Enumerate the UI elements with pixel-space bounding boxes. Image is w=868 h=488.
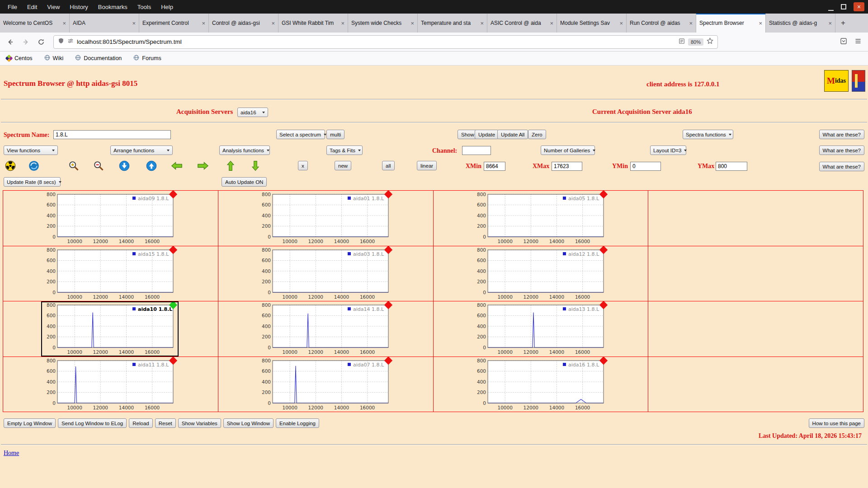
send-log-window-to-elog-button[interactable]: Send Log Window to ELog bbox=[58, 418, 127, 428]
menu-tools[interactable]: Tools bbox=[132, 4, 156, 10]
url-text[interactable]: localhost:8015/Spectrum/Spectrum.tml bbox=[77, 38, 675, 45]
chart-aida09[interactable]: 020040060080010000120001400016000aida09 … bbox=[42, 192, 178, 245]
tab-close-icon[interactable]: × bbox=[271, 20, 275, 27]
tab-asic-control-aida[interactable]: ASIC Control @ aida× bbox=[487, 14, 557, 33]
chart-aida01[interactable]: 020040060080010000120001400016000aida01 … bbox=[257, 192, 393, 245]
menu-edit[interactable]: Edit bbox=[22, 4, 42, 10]
show-variables-button[interactable]: Show Variables bbox=[178, 418, 221, 428]
empty-log-window-button[interactable]: Empty Log Window bbox=[4, 418, 56, 428]
auto-update-button[interactable]: Auto Update ON bbox=[222, 177, 267, 187]
channel-input[interactable] bbox=[462, 146, 491, 155]
spectra-functions-dropdown[interactable]: Spectra functions bbox=[683, 130, 733, 139]
app-menu-icon[interactable] bbox=[854, 38, 862, 47]
tab-gsi-white-rabbit-tim[interactable]: GSI White Rabbit Tim× bbox=[278, 14, 348, 33]
chart-aida10[interactable]: 020040060080010000120001400016000aida10 … bbox=[42, 302, 178, 356]
tab-spectrum-browser[interactable]: Spectrum Browser× bbox=[696, 14, 766, 33]
tab-close-icon[interactable]: × bbox=[410, 20, 414, 27]
tab-experiment-control[interactable]: Experiment Control× bbox=[139, 14, 209, 33]
chart-aida07[interactable]: 020040060080010000120001400016000aida07 … bbox=[257, 358, 393, 411]
tab-welcome-to-centos[interactable]: Welcome to CentOS× bbox=[0, 14, 70, 33]
gallery-cell-aida12[interactable]: 020040060080010000120001400016000aida12 … bbox=[434, 246, 649, 302]
bookmark-centos[interactable]: Centos bbox=[6, 55, 33, 61]
chart-aida13[interactable]: 020040060080010000120001400016000aida13 … bbox=[472, 302, 608, 356]
what-are-these-button[interactable]: What are these? bbox=[819, 162, 864, 171]
chart-aida05[interactable]: 020040060080010000120001400016000aida05 … bbox=[472, 192, 608, 245]
menu-bookmarks[interactable]: Bookmarks bbox=[93, 4, 132, 10]
close-button[interactable]: × bbox=[854, 2, 864, 11]
tab-run-control-aidas[interactable]: Run Control @ aidas× bbox=[627, 14, 696, 33]
minimize-button[interactable] bbox=[828, 5, 834, 11]
tab-module-settings-sav[interactable]: Module Settings Sav× bbox=[557, 14, 627, 33]
shield-icon[interactable] bbox=[58, 38, 64, 46]
chart-aida11[interactable]: 020040060080010000120001400016000aida11 … bbox=[42, 358, 178, 411]
tags-fits-dropdown[interactable]: Tags & Fits bbox=[326, 145, 363, 155]
select-spectrum-dropdown[interactable]: Select a spectrum bbox=[276, 130, 325, 139]
tab-close-icon[interactable]: × bbox=[62, 20, 66, 27]
reset-button[interactable]: Reset bbox=[155, 418, 176, 428]
maximize-button[interactable] bbox=[841, 4, 846, 9]
view-functions-dropdown[interactable]: View functions bbox=[4, 145, 58, 155]
chart-aida14[interactable]: 020040060080010000120001400016000aida14 … bbox=[257, 302, 393, 356]
gallery-cell-aida11[interactable]: 020040060080010000120001400016000aida11 … bbox=[3, 357, 218, 413]
gallery-cell-aida15[interactable]: 020040060080010000120001400016000aida15 … bbox=[3, 246, 218, 302]
zero-button[interactable]: Zero bbox=[528, 130, 546, 139]
tab-statistics-aidas-g[interactable]: Statistics @ aidas-g× bbox=[766, 14, 835, 33]
what-are-these-button[interactable]: What are these? bbox=[819, 130, 864, 139]
back-icon[interactable] bbox=[5, 36, 16, 48]
gallery-cell-aida05[interactable]: 020040060080010000120001400016000aida05 … bbox=[434, 191, 649, 246]
update-rate-dropdown[interactable]: Update Rate (8 secs) bbox=[4, 177, 61, 187]
bookmark-wiki[interactable]: Wiki bbox=[44, 55, 64, 62]
page-down-icon[interactable] bbox=[118, 160, 130, 172]
number-of-galleries-dropdown[interactable]: Number of Galleries bbox=[541, 145, 595, 155]
chart-aida15[interactable]: 020040060080010000120001400016000aida15 … bbox=[42, 247, 178, 300]
tab-system-wide-checks[interactable]: System wide Checks× bbox=[348, 14, 418, 33]
reload-icon[interactable] bbox=[35, 36, 47, 48]
tab-close-icon[interactable]: × bbox=[828, 20, 832, 27]
how-to-use-button[interactable]: How to use this page bbox=[809, 418, 864, 428]
gallery-cell-aida10[interactable]: 020040060080010000120001400016000aida10 … bbox=[3, 301, 218, 357]
new-button[interactable]: new bbox=[335, 161, 351, 170]
tab-temperature-and-sta[interactable]: Temperature and sta× bbox=[418, 14, 487, 33]
show-log-window-button[interactable]: Show Log Window bbox=[223, 418, 274, 428]
xmax-input[interactable] bbox=[552, 162, 582, 171]
tab-close-icon[interactable]: × bbox=[202, 20, 205, 27]
tab-control-aidas-gsi[interactable]: Control @ aidas-gsi× bbox=[209, 14, 278, 33]
tab-close-icon[interactable]: × bbox=[619, 20, 623, 27]
chart-aida16[interactable]: 020040060080010000120001400016000aida16 … bbox=[472, 358, 608, 411]
tab-close-icon[interactable]: × bbox=[759, 20, 762, 27]
all-button[interactable]: all bbox=[382, 161, 395, 170]
xmin-input[interactable] bbox=[484, 162, 505, 171]
multi-button[interactable]: multi bbox=[326, 130, 344, 139]
chart-aida03[interactable]: 020040060080010000120001400016000aida03 … bbox=[257, 247, 393, 300]
what-are-these-button[interactable]: What are these? bbox=[819, 145, 864, 155]
new-tab-button[interactable]: + bbox=[835, 14, 851, 33]
radiation-icon[interactable] bbox=[5, 160, 16, 172]
gallery-cell-aida14[interactable]: 020040060080010000120001400016000aida14 … bbox=[218, 301, 434, 357]
update-button[interactable]: Update bbox=[475, 130, 499, 139]
tab-close-icon[interactable]: × bbox=[550, 20, 553, 27]
ymax-input[interactable] bbox=[716, 162, 747, 171]
arrange-functions-dropdown[interactable]: Arrange functions bbox=[110, 145, 173, 155]
bookmark-documentation[interactable]: Documentation bbox=[75, 55, 122, 62]
acquisition-server-dropdown[interactable]: aida16 bbox=[237, 108, 268, 117]
arrow-down-icon[interactable] bbox=[250, 160, 261, 172]
site-info-icon[interactable] bbox=[67, 38, 74, 46]
tab-close-icon[interactable]: × bbox=[689, 20, 693, 27]
gallery-cell-aida13[interactable]: 020040060080010000120001400016000aida13 … bbox=[434, 301, 649, 357]
bookmark-star-icon[interactable] bbox=[707, 38, 713, 46]
gallery-cell-aida03[interactable]: 020040060080010000120001400016000aida03 … bbox=[218, 246, 434, 302]
bookmark-forums[interactable]: Forums bbox=[133, 55, 161, 62]
gallery-cell-aida01[interactable]: 020040060080010000120001400016000aida01 … bbox=[218, 191, 434, 246]
gallery-cell-aida16[interactable]: 020040060080010000120001400016000aida16 … bbox=[434, 357, 649, 413]
arrow-left-icon[interactable] bbox=[171, 160, 183, 172]
tab-close-icon[interactable]: × bbox=[132, 20, 136, 27]
spectrum-name-input[interactable] bbox=[53, 130, 171, 139]
whirlpool-icon[interactable] bbox=[28, 160, 40, 172]
enable-logging-button[interactable]: Enable Logging bbox=[276, 418, 319, 428]
x-button[interactable]: x bbox=[298, 161, 308, 170]
tab-close-icon[interactable]: × bbox=[341, 20, 344, 27]
layout-id-dropdown[interactable]: Layout ID=3 bbox=[650, 145, 686, 155]
chart-aida12[interactable]: 020040060080010000120001400016000aida12 … bbox=[472, 247, 608, 300]
menu-help[interactable]: Help bbox=[156, 4, 178, 10]
tab-aida[interactable]: AIDA× bbox=[70, 14, 139, 33]
